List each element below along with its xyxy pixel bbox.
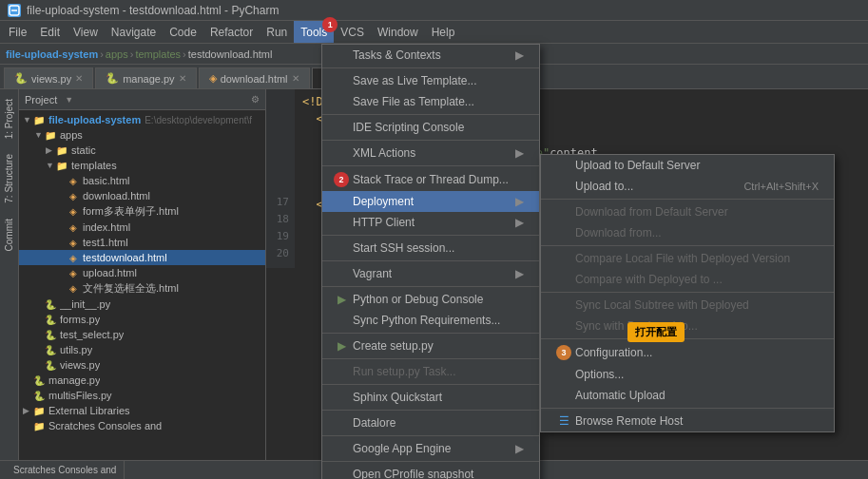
scratches-status[interactable]: Scratches Consoles and — [6, 461, 125, 479]
menu-edit[interactable]: Edit — [33, 21, 67, 43]
tree-item-multis-py[interactable]: 🐍 multisFiles.py — [19, 388, 265, 403]
vagrant-arrow-icon: ▶ — [515, 267, 524, 280]
tree-item-upload-html[interactable]: ◈ upload.html — [19, 265, 265, 280]
menu-help[interactable]: Help — [425, 21, 462, 43]
menu-sync-python-req[interactable]: Sync Python Requirements... — [322, 310, 539, 331]
tab-views-py[interactable]: 🐍 views.py ✕ — [4, 67, 93, 88]
tree-item-form-html[interactable]: ◈ form多表单例子.html — [19, 203, 265, 220]
submenu-options[interactable]: Options... — [541, 364, 834, 385]
tasks-arrow-icon: ▶ — [515, 48, 524, 62]
menu-create-setup[interactable]: ▶ Create setup.py — [322, 335, 539, 356]
submenu-browse-remote-host[interactable]: ☰ Browse Remote Host — [541, 411, 834, 431]
separator-11 — [322, 410, 539, 411]
tree-item-root[interactable]: ▼ 📁 file-upload-system E:\desktop\develo… — [19, 112, 265, 127]
menu-tasks-contexts[interactable]: Tasks & Contexts ▶ — [322, 45, 539, 66]
tree-item-forms-py[interactable]: 🐍 forms.py — [19, 312, 265, 327]
submenu-automatic-upload[interactable]: Automatic Upload — [541, 385, 834, 406]
menu-run[interactable]: Run — [260, 21, 294, 43]
html-icon-dl: ◈ — [209, 72, 217, 85]
tree-item-external-libs[interactable]: ▶ 📁 External Libraries — [19, 403, 265, 418]
tree-item-scratches[interactable]: 📁 Scratches Consoles and — [19, 418, 265, 433]
separator-12 — [322, 435, 539, 436]
menu-stack-trace[interactable]: 2 Stack Trace or Thread Dump... — [322, 168, 539, 191]
breadcrumb-apps[interactable]: apps — [106, 48, 128, 60]
menu-sphinx-quickstart[interactable]: Sphinx Quickstart — [322, 387, 539, 408]
menu-open-cprofile[interactable]: Open CProfile snapshot — [322, 464, 539, 479]
sidebar-tab-structure[interactable]: 7: Structure — [2, 148, 16, 209]
menu-vcs[interactable]: VCS — [334, 21, 371, 43]
menu-google-app-engine[interactable]: Google App Engine ▶ — [322, 438, 539, 459]
tree-item-init-py[interactable]: 🐍 __init__.py — [19, 297, 265, 312]
tab-download-html[interactable]: ◈ download.html ✕ — [199, 67, 310, 88]
submenu-sep-4 — [541, 338, 834, 339]
submenu-sep-1 — [541, 199, 834, 200]
menu-vagrant[interactable]: Vagrant ▶ — [322, 263, 539, 284]
line-numbers: 17 18 19 20 — [266, 89, 295, 268]
tree-item-index-html[interactable]: ◈ index.html — [19, 220, 265, 235]
configuration-badge: 3 — [556, 345, 571, 360]
html-file-icon-6: ◈ — [67, 251, 80, 264]
submenu-upload-to[interactable]: Upload to... Ctrl+Alt+Shift+X — [541, 176, 834, 197]
tree-item-static[interactable]: ▶ 📁 static — [19, 143, 265, 158]
tree-item-views-py[interactable]: 🐍 views.py — [19, 357, 265, 373]
py-file-icon-5: 🐍 — [44, 358, 57, 372]
tree-item-test1-html[interactable]: ◈ test1.html — [19, 235, 265, 250]
submenu-compare-local-deployed[interactable]: Compare Local File with Deployed Version — [541, 248, 834, 269]
menu-start-ssh[interactable]: Start SSH session... — [322, 238, 539, 259]
submenu-sync-local-subtree[interactable]: Sync Local Subtree with Deployed — [541, 295, 834, 316]
sidebar-left: 1: Project 7: Structure Commit — [0, 89, 19, 479]
submenu-sep-5 — [541, 408, 834, 409]
create-setup-icon: ▶ — [334, 339, 349, 353]
submenu-configuration[interactable]: 3 Configuration... — [541, 341, 834, 364]
sidebar-tab-commit[interactable]: Commit — [2, 213, 16, 257]
submenu-download-default[interactable]: Download from Default Server — [541, 201, 834, 222]
menu-datalore[interactable]: Datalore — [322, 412, 539, 433]
menu-python-debug-console[interactable]: ▶ Python or Debug Console — [322, 289, 539, 310]
python-console-icon: ▶ — [334, 293, 349, 306]
tree-item-manage-py[interactable]: 🐍 manage.py — [19, 373, 265, 388]
tree-item-basic-html[interactable]: ◈ basic.html — [19, 173, 265, 188]
gear-icon[interactable]: ⚙ — [251, 94, 260, 105]
project-panel-title: Project — [25, 94, 57, 105]
sidebar-tab-project[interactable]: 1: Project — [2, 93, 16, 144]
tree-item-templates[interactable]: ▼ 📁 templates — [19, 158, 265, 173]
menu-save-live-template[interactable]: Save as Live Template... — [322, 70, 539, 91]
tree-item-utils-py[interactable]: 🐍 utils.py — [19, 342, 265, 357]
tab-close-views[interactable]: ✕ — [75, 73, 83, 84]
tree-item-file-html[interactable]: ◈ 文件复选框全选.html — [19, 280, 265, 297]
tree-item-testdownload-html[interactable]: ◈ testdownload.html — [19, 250, 265, 265]
tree-item-download-html[interactable]: ◈ download.html — [19, 188, 265, 203]
menu-window[interactable]: Window — [371, 21, 425, 43]
breadcrumb-file[interactable]: testdownload.html — [188, 48, 273, 60]
menu-tools[interactable]: Tools 1 — [294, 21, 334, 43]
tab-manage-py[interactable]: 🐍 manage.py ✕ — [95, 67, 196, 88]
menu-deployment[interactable]: Deployment ▶ — [322, 191, 539, 212]
deployment-submenu: Upload to Default Server Upload to... Ct… — [540, 154, 835, 432]
menu-xml-actions[interactable]: XML Actions ▶ — [322, 143, 539, 163]
breadcrumb-templates[interactable]: templates — [135, 48, 181, 60]
tab-close-download[interactable]: ✕ — [292, 73, 299, 84]
breadcrumb-root[interactable]: file-upload-system — [6, 48, 98, 60]
upload-to-shortcut: Ctrl+Alt+Shift+X — [724, 181, 819, 192]
menu-view[interactable]: View — [67, 21, 105, 43]
py-file-icon-2: 🐍 — [44, 313, 57, 326]
menu-refactor[interactable]: Refactor — [203, 21, 260, 43]
html-file-icon-7: ◈ — [67, 266, 80, 279]
menu-file[interactable]: File — [2, 21, 33, 43]
menu-navigate[interactable]: Navigate — [105, 21, 163, 43]
submenu-compare-deployed[interactable]: Compare with Deployed to ... — [541, 269, 834, 290]
menu-code[interactable]: Code — [163, 21, 203, 43]
menu-save-file-template[interactable]: Save File as Template... — [322, 91, 539, 112]
separator-9 — [322, 358, 539, 359]
submenu-upload-default[interactable]: Upload to Default Server — [541, 155, 834, 176]
menu-http-client[interactable]: HTTP Client ▶ — [322, 212, 539, 233]
tree-item-test-select-py[interactable]: 🐍 test_select.py — [19, 327, 265, 342]
py-icon: 🐍 — [14, 72, 28, 85]
menu-ide-scripting-console[interactable]: IDE Scripting Console — [322, 117, 539, 138]
menu-run-setup-task[interactable]: Run setup.py Task... — [322, 361, 539, 382]
tree-item-apps[interactable]: ▼ 📁 apps — [19, 127, 265, 143]
submenu-download-from[interactable]: Download from... — [541, 222, 834, 243]
tab-close-manage[interactable]: ✕ — [179, 73, 186, 84]
submenu-sync-with-deployed[interactable]: Sync with Deployed to... — [541, 316, 834, 336]
project-panel: Project ▼ ⚙ ▼ 📁 file-upload-system E:\de… — [19, 89, 266, 479]
